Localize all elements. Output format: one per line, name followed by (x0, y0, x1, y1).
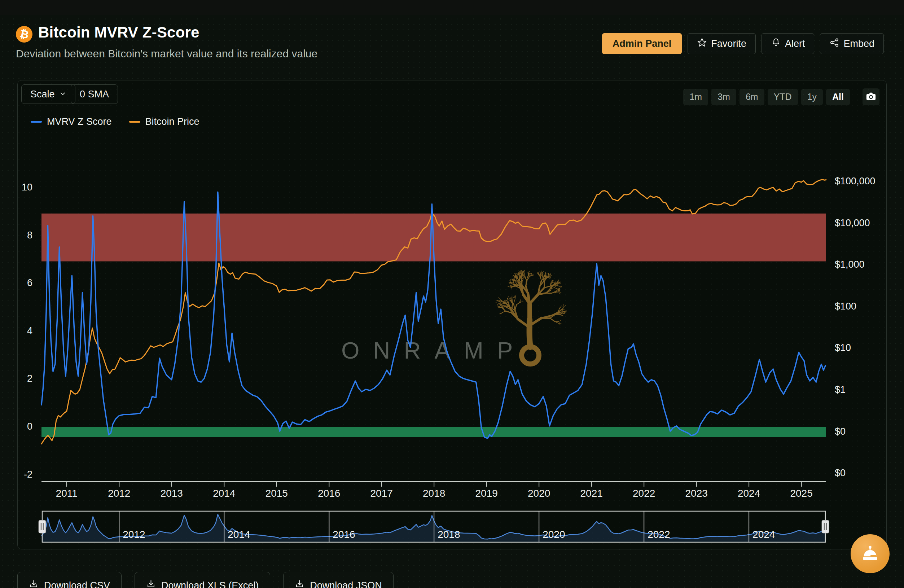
range-button-6m[interactable]: 6m (740, 89, 764, 105)
bitcoin-symbol: ₿ (18, 27, 30, 41)
download-json-button[interactable]: Download JSON (283, 572, 394, 588)
range-button-all[interactable]: All (826, 89, 850, 105)
alert-label: Alert (785, 38, 805, 49)
download-csv-label: Download CSV (44, 580, 110, 588)
header-actions: Admin Panel Favorite Alert Embed (602, 33, 884, 54)
range-buttons: 1m3m6mYTD1yAll (683, 89, 850, 105)
page-subtitle: Deviation between Bitcoin's market value… (16, 47, 318, 60)
alert-button[interactable]: Alert (762, 33, 814, 54)
favorite-button[interactable]: Favorite (687, 33, 756, 54)
download-json-label: Download JSON (310, 580, 382, 588)
range-button-ytd[interactable]: YTD (768, 89, 798, 105)
embed-label: Embed (843, 38, 874, 49)
download-xls-button[interactable]: Download XLS (Excel) (134, 572, 270, 588)
legend-item-mvrv: MVRV Z Score (31, 116, 112, 127)
page-title: Bitcoin MVRV Z-Score (38, 24, 199, 41)
scale-label: Scale (30, 89, 55, 100)
mvrv-series-swatch (31, 121, 42, 123)
bitcoin-logo: ₿ (16, 26, 32, 43)
chevron-down-icon (59, 89, 66, 100)
sma-button[interactable]: 0 SMA (71, 84, 118, 104)
chart-legend: MVRV Z Score Bitcoin Price (31, 116, 199, 127)
screenshot-button[interactable] (863, 89, 879, 105)
download-icon (146, 579, 156, 588)
range-button-1m[interactable]: 1m (683, 89, 708, 105)
time-range-selector: 1m3m6mYTD1yAll (683, 89, 879, 105)
legend-label: MVRV Z Score (47, 116, 112, 127)
legend-label: Bitcoin Price (145, 116, 199, 127)
download-icon (29, 579, 39, 588)
top-strip (0, 0, 904, 15)
scale-dropdown[interactable]: Scale (21, 84, 75, 104)
range-button-1y[interactable]: 1y (801, 89, 823, 105)
onramp-watermark: ONRAMP (341, 337, 526, 364)
bell-icon (771, 38, 781, 50)
concierge-bell-fab[interactable] (850, 534, 890, 573)
download-icon (295, 579, 305, 588)
share-icon (829, 38, 839, 50)
page: { "page": { "btc_symbol": "₿", "title": … (0, 0, 904, 588)
download-csv-button[interactable]: Download CSV (17, 572, 122, 588)
download-xls-label: Download XLS (Excel) (161, 580, 259, 588)
favorite-label: Favorite (711, 38, 746, 49)
chart-panel (17, 80, 887, 549)
range-button-3m[interactable]: 3m (711, 89, 736, 105)
service-bell-icon (860, 543, 880, 564)
camera-icon (865, 91, 877, 103)
star-icon (697, 38, 707, 50)
legend-item-price: Bitcoin Price (129, 116, 199, 127)
price-series-swatch (129, 121, 140, 123)
download-buttons: Download CSV Download XLS (Excel) Downlo… (17, 572, 394, 588)
admin-panel-button[interactable]: Admin Panel (602, 33, 682, 54)
embed-button[interactable]: Embed (820, 33, 884, 54)
